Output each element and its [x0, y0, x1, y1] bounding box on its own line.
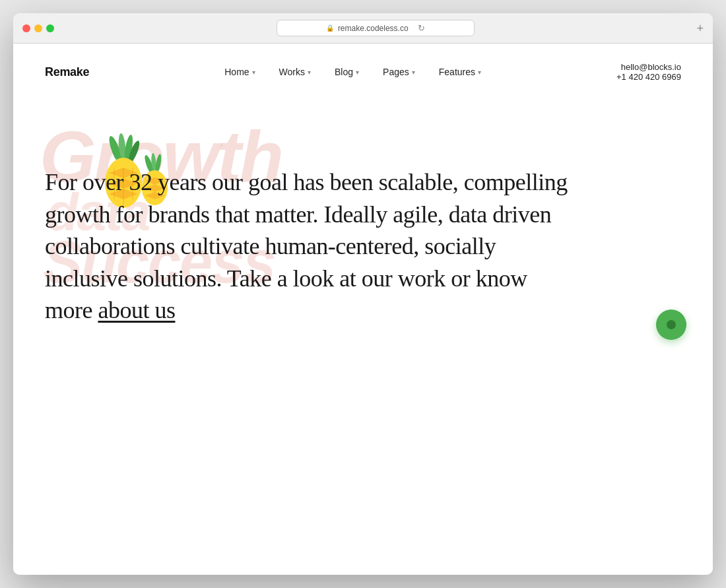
nav-item-works[interactable]: Works ▾	[279, 67, 311, 77]
site-logo: Remake	[45, 65, 89, 79]
chevron-down-icon: ▾	[478, 69, 481, 76]
new-tab-button[interactable]: +	[696, 22, 704, 34]
scroll-to-top-button[interactable]	[656, 310, 686, 340]
nav-item-blog[interactable]: Blog ▾	[335, 67, 359, 77]
nav-features-label: Features	[439, 67, 475, 77]
svg-point-3	[127, 139, 142, 164]
svg-point-2	[123, 134, 135, 161]
reload-button[interactable]: ↻	[418, 23, 425, 33]
close-button[interactable]	[22, 24, 30, 32]
hero-paragraph: For over 32 years our goal has been scal…	[45, 166, 573, 327]
chevron-down-icon: ▾	[308, 69, 311, 76]
minimize-button[interactable]	[34, 24, 42, 32]
browser-dots	[22, 24, 54, 32]
contact-email: hello@blocks.io	[616, 62, 681, 72]
site-header: Remake Home ▾ Works ▾ Blog ▾ Pages ▾	[13, 44, 713, 100]
maximize-button[interactable]	[46, 24, 54, 32]
lock-icon: 🔒	[326, 24, 334, 32]
hero-text: For over 32 years our goal has been scal…	[45, 166, 573, 327]
address-bar: 🔒 remake.codeless.co ↻	[62, 20, 688, 36]
svg-point-1	[117, 133, 126, 160]
chevron-down-icon: ▾	[356, 69, 359, 76]
nav-pages-label: Pages	[383, 67, 409, 77]
chevron-down-icon: ▾	[412, 69, 415, 76]
nav-blog-label: Blog	[335, 67, 353, 77]
nav-home-label: Home	[224, 67, 249, 77]
site-nav: Home ▾ Works ▾ Blog ▾ Pages ▾ Features	[224, 67, 481, 77]
nav-item-home[interactable]: Home ▾	[224, 67, 255, 77]
url-text: remake.codeless.co	[338, 24, 409, 33]
nav-works-label: Works	[279, 67, 305, 77]
nav-item-pages[interactable]: Pages ▾	[383, 67, 415, 77]
browser-window: 🔒 remake.codeless.co ↻ + Remake Home ▾ W…	[13, 13, 713, 575]
browser-chrome: 🔒 remake.codeless.co ↻ +	[13, 13, 713, 44]
url-field[interactable]: 🔒 remake.codeless.co ↻	[277, 20, 475, 36]
hero-about-link[interactable]: about us	[98, 297, 175, 323]
chevron-down-icon: ▾	[252, 69, 255, 76]
scroll-button-indicator	[667, 320, 676, 329]
hero-section: Growth data Success	[13, 100, 713, 366]
nav-item-features[interactable]: Features ▾	[439, 67, 481, 77]
browser-content: Remake Home ▾ Works ▾ Blog ▾ Pages ▾	[13, 44, 713, 575]
site-contact: hello@blocks.io +1 420 420 6969	[616, 62, 681, 82]
svg-point-0	[107, 135, 124, 164]
contact-phone: +1 420 420 6969	[616, 72, 681, 82]
